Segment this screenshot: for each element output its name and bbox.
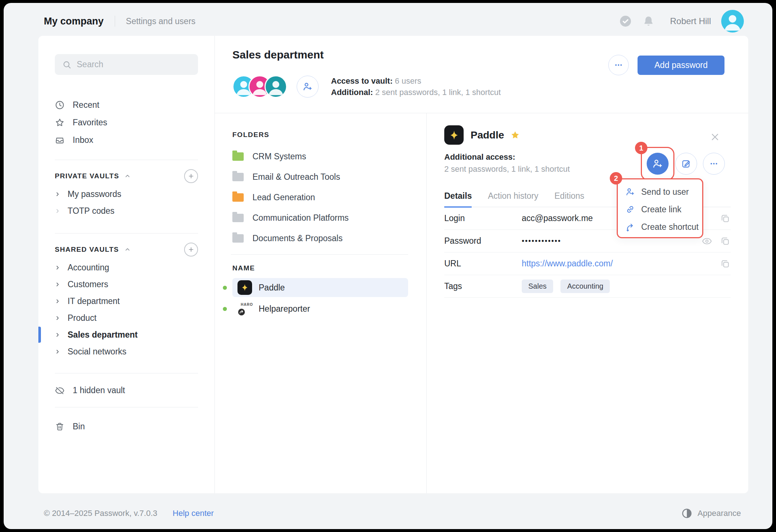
sidebar-vault-totp-codes[interactable]: TOTP codes — [55, 202, 198, 219]
shared-vaults-title[interactable]: SHARED VAULTS — [55, 246, 119, 254]
search-box[interactable] — [55, 54, 198, 75]
bell-icon[interactable] — [642, 15, 655, 27]
online-dot-icon — [223, 286, 227, 290]
login-label: Login — [444, 213, 522, 223]
password-item-helpareporter[interactable]: HARO Helpareporter — [232, 299, 408, 318]
edit-button[interactable] — [675, 153, 697, 175]
sidebar-vault-it-department[interactable]: IT department — [55, 293, 198, 309]
favorite-star-icon[interactable] — [510, 130, 520, 140]
sidebar-vault-social-networks[interactable]: Social networks — [55, 343, 198, 360]
sidebar-item-hidden-vault[interactable]: 1 hidden vault — [55, 381, 198, 399]
user-avatar[interactable] — [721, 10, 744, 33]
topbar: My company Settings and users Robert Hil… — [4, 3, 772, 39]
show-password-eye-icon[interactable] — [701, 236, 712, 247]
chevron-right-icon[interactable] — [55, 208, 60, 214]
private-vaults-list: My passwords TOTP codes — [55, 186, 198, 219]
more-actions-button[interactable] — [703, 153, 725, 175]
main-card: Recent Favorites Inbox PRIVATE VAU — [38, 36, 748, 493]
tab-action-history[interactable]: Action history — [488, 188, 538, 207]
help-center-link[interactable]: Help center — [173, 509, 214, 518]
user-name[interactable]: Robert Hill — [670, 16, 711, 26]
check-circle-icon[interactable] — [619, 15, 632, 28]
folder-label: Email & Outreach Tools — [252, 172, 340, 182]
private-vaults-title[interactable]: PRIVATE VAULTS — [55, 172, 119, 180]
sidebar-vault-my-passwords[interactable]: My passwords — [55, 186, 198, 202]
menu-item-create-link[interactable]: Create link — [625, 201, 702, 218]
access-value: 6 users — [395, 76, 421, 86]
topbar-section-label[interactable]: Settings and users — [126, 16, 196, 26]
sidebar-item-label: Recent — [73, 100, 99, 110]
tags-row: Tags Sales Accounting — [444, 275, 731, 298]
password-list: Paddle HARO Helpareporter — [232, 278, 408, 318]
password-item-paddle[interactable]: Paddle — [232, 278, 408, 297]
tab-editions[interactable]: Editions — [555, 188, 585, 207]
sidebar-vault-product[interactable]: Product — [55, 309, 198, 326]
chevron-right-icon[interactable] — [55, 282, 60, 287]
sidebar-vault-sales-department[interactable]: Sales department — [55, 326, 198, 343]
sidebar-item-favorites[interactable]: Favorites — [55, 114, 198, 131]
chevron-right-icon[interactable] — [55, 332, 60, 338]
shortcut-icon — [625, 222, 635, 232]
search-input[interactable] — [77, 60, 191, 69]
tab-details[interactable]: Details — [444, 188, 472, 208]
chevron-up-icon[interactable] — [124, 246, 131, 253]
close-icon[interactable] — [710, 132, 720, 142]
folder-documents-proposals[interactable]: Documents & Proposals — [232, 228, 408, 248]
hidden-vault-label: 1 hidden vault — [73, 385, 125, 395]
avatar[interactable] — [265, 75, 287, 98]
folder-lead-generation[interactable]: Lead Generation — [232, 187, 408, 208]
search-icon — [62, 60, 72, 69]
divider — [55, 233, 198, 233]
shared-vaults-list: Accounting Customers IT department Produ… — [55, 259, 198, 360]
password-detail-panel: Paddle Additional access: 2 sent passwor… — [427, 113, 748, 493]
send-to-user-button[interactable] — [647, 153, 669, 175]
folder-label: Documents & Proposals — [252, 233, 343, 243]
menu-item-label: Create link — [641, 205, 681, 214]
folder-icon — [232, 173, 244, 181]
copy-icon[interactable] — [720, 258, 731, 269]
url-value[interactable]: https://www.paddle.com/ — [522, 259, 720, 269]
chevron-right-icon[interactable] — [55, 349, 60, 354]
sidebar-item-inbox[interactable]: Inbox — [55, 131, 198, 149]
appearance-toggle[interactable]: Appearance — [681, 508, 741, 519]
chevron-right-icon[interactable] — [55, 315, 60, 321]
copy-icon[interactable] — [720, 236, 731, 247]
sidebar-item-label: Inbox — [73, 135, 93, 145]
vault-access-summary: Access to vault: 6 users Additional: 2 s… — [331, 75, 501, 98]
add-shared-vault-button[interactable] — [184, 243, 198, 256]
additional-label: Additional: — [331, 88, 373, 97]
chevron-up-icon[interactable] — [124, 173, 131, 179]
url-row: URL https://www.paddle.com/ — [444, 252, 731, 275]
chevron-right-icon[interactable] — [55, 265, 60, 270]
copy-icon[interactable] — [720, 213, 731, 224]
chevron-right-icon[interactable] — [55, 299, 60, 304]
tag-accounting[interactable]: Accounting — [560, 280, 610, 293]
trash-icon — [55, 422, 65, 432]
chevron-right-icon[interactable] — [55, 191, 60, 197]
add-private-vault-button[interactable] — [184, 169, 198, 183]
sidebar-item-recent[interactable]: Recent — [55, 96, 198, 114]
sidebar-vault-customers[interactable]: Customers — [55, 276, 198, 293]
add-password-button[interactable]: Add password — [638, 56, 724, 75]
sidebar: Recent Favorites Inbox PRIVATE VAU — [38, 36, 215, 493]
active-vault-indicator — [38, 327, 41, 343]
folder-icon — [232, 193, 244, 202]
menu-item-send-to-user[interactable]: Send to user — [625, 183, 702, 201]
vault-label: Accounting — [68, 263, 109, 273]
folder-crm-systems[interactable]: CRM Systems — [232, 146, 408, 167]
folder-email-outreach-tools[interactable]: Email & Outreach Tools — [232, 167, 408, 187]
manage-vault-users-button[interactable] — [297, 76, 319, 98]
folder-communication-platforms[interactable]: Communication Platforms — [232, 208, 408, 228]
private-vaults-header: PRIVATE VAULTS — [55, 169, 198, 183]
paddle-logo-icon — [237, 280, 252, 295]
tag-sales[interactable]: Sales — [522, 280, 553, 293]
url-label: URL — [444, 259, 522, 269]
vault-more-button[interactable] — [608, 55, 629, 75]
sidebar-vault-accounting[interactable]: Accounting — [55, 259, 198, 276]
sidebar-item-bin[interactable]: Bin — [55, 418, 198, 435]
vault-label: My passwords — [68, 189, 121, 199]
menu-item-create-shortcut[interactable]: Create shortcut — [625, 218, 702, 236]
name-column-title: NAME — [232, 264, 408, 272]
menu-item-label: Create shortcut — [641, 222, 699, 232]
vault-label: Customers — [68, 280, 108, 289]
